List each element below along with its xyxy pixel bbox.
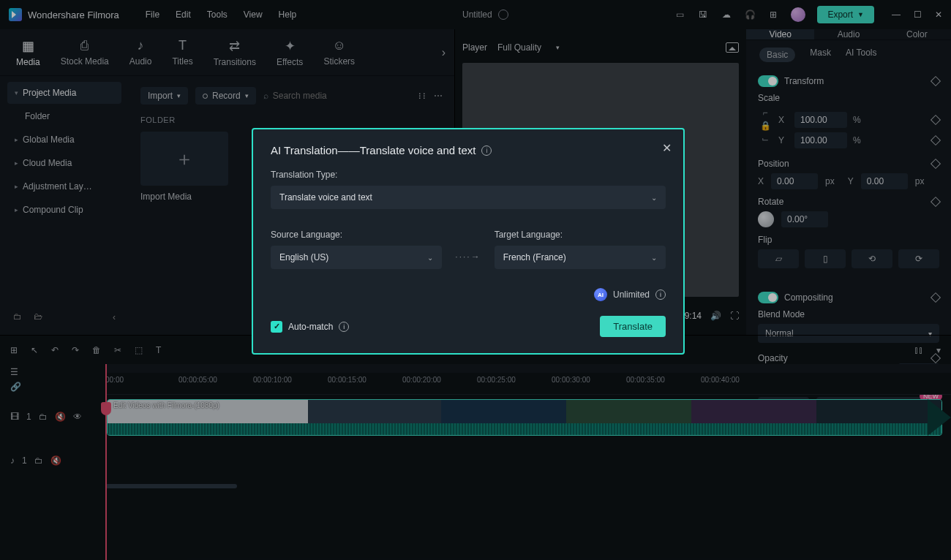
translation-type-dropdown[interactable]: Translate voice and text⌄ [271, 186, 666, 209]
info-icon[interactable]: i [339, 322, 349, 332]
modal-close-button[interactable]: ✕ [662, 141, 672, 155]
automatch-checkbox[interactable]: ✓ [271, 321, 282, 333]
chevron-down-icon: ⌄ [651, 194, 657, 202]
automatch-label: Auto-match [288, 322, 333, 332]
chevron-down-icon: ⌄ [427, 254, 433, 262]
modal-title: AI Translation——Translate voice and text… [271, 144, 666, 156]
ai-badge-icon: AI [594, 288, 607, 301]
ai-translation-modal: AI Translation——Translate voice and text… [252, 128, 685, 355]
target-language-label: Target Language: [495, 230, 666, 240]
translation-type-label: Translation Type: [271, 170, 666, 180]
source-language-label: Source Language: [271, 230, 442, 240]
translate-button[interactable]: Translate [600, 316, 666, 337]
arrow-icon: ····→ [455, 251, 481, 269]
chevron-down-icon: ⌄ [651, 254, 657, 262]
credit-label: Unlimited [613, 290, 650, 300]
modal-footer: ✓ Auto-match i Translate [271, 316, 666, 337]
credit-row: AI Unlimited i [271, 288, 666, 301]
info-icon[interactable]: i [655, 290, 666, 300]
source-language-dropdown[interactable]: English (US)⌄ [271, 246, 442, 269]
info-icon[interactable]: i [481, 145, 492, 156]
target-language-dropdown[interactable]: French (France)⌄ [495, 246, 666, 269]
